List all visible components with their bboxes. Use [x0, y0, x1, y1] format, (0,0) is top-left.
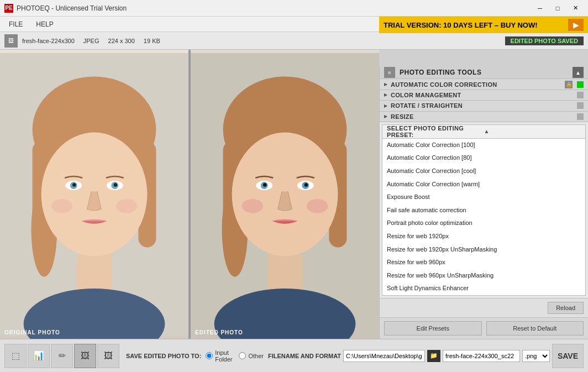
preset-item-6[interactable]: Portrait photo color optimization: [382, 217, 585, 230]
section-arrow-1: ▶: [384, 82, 387, 87]
tool-buttons: ⬚ 📊 ✏ 🖼 🖼: [4, 344, 119, 368]
edited-photo: [191, 50, 379, 339]
preset-item-4[interactable]: Exposure Boost: [382, 191, 585, 204]
file-info: fresh-face-224x300 JPEG 224 x 300 19 KB: [22, 38, 505, 44]
edited-photo-label: EDITED PHOTO: [195, 329, 243, 336]
preset-item-10[interactable]: Resize for web 960px UnSharpMasking: [382, 269, 585, 282]
radio-other-input[interactable]: [239, 352, 246, 359]
preset-item-2[interactable]: Automatic Color Correction [cool]: [382, 165, 585, 178]
section-auto-color[interactable]: ▶ AUTOMATIC COLOR CORRECTION 🔒: [380, 79, 588, 90]
format-select[interactable]: .png.jpg.bmp.tif: [522, 350, 550, 362]
preset-item-3[interactable]: Automatic Color Correction [warm]: [382, 178, 585, 191]
original-photo-container: ORIGINAL PHOTO: [0, 50, 188, 339]
section-arrow-4: ▶: [384, 114, 387, 119]
svg-point-13: [72, 183, 76, 186]
dropdown-arrow: ▲: [484, 128, 581, 134]
app-icon: PE: [4, 4, 13, 13]
maximize-button[interactable]: □: [549, 3, 566, 14]
svg-point-15: [51, 199, 72, 213]
folder-button[interactable]: 📁: [427, 350, 440, 362]
bottombar: ⬚ 📊 ✏ 🖼 🖼 SAVE EDITED PHOTO TO: Input Fo…: [0, 339, 588, 372]
section-arrow-3: ▶: [384, 103, 387, 108]
reload-row: Reload: [380, 298, 588, 317]
panel-icon: ≡: [384, 67, 395, 78]
section-label-1: AUTOMATIC COLOR CORRECTION: [391, 81, 565, 88]
edit-presets-button[interactable]: Edit Presets: [384, 321, 482, 336]
app-title: PHOTOEQ - Unlicensed Trial Version: [17, 4, 532, 12]
crop-tool-button[interactable]: ⬚: [4, 344, 27, 368]
minimize-button[interactable]: ─: [532, 3, 548, 14]
svg-point-33: [307, 199, 328, 213]
filename-section: FILENAME AND FORMAT 📁 .png.jpg.bmp.tif: [268, 350, 550, 362]
save-button[interactable]: SAVE: [552, 344, 584, 368]
save-label: SAVE EDITED PHOTO TO:: [126, 353, 201, 359]
preset-dropdown-area: SELECT PHOTO EDITING PRESET: ▲ Automatic…: [380, 122, 588, 298]
file-name: fresh-face-224x300: [22, 38, 75, 44]
section-color-management[interactable]: ▶ COLOR MANAGEMENT: [380, 90, 588, 101]
radio-input-label: Input Folder: [215, 349, 232, 363]
menu-help[interactable]: HELP: [29, 18, 60, 30]
section-label-2: COLOR MANAGEMENT: [391, 92, 575, 98]
filename-input[interactable]: [443, 350, 520, 362]
svg-point-16: [116, 199, 137, 213]
section-label-4: RESIZE: [391, 113, 575, 120]
path-input[interactable]: [343, 350, 425, 362]
preset-item-0[interactable]: Automatic Color Correction [100]: [382, 139, 585, 152]
edit-tool-button[interactable]: ✏: [51, 344, 73, 368]
reset-default-button[interactable]: Reset to Default: [486, 321, 584, 336]
preset-dropdown-label: SELECT PHOTO EDITING PRESET:: [387, 125, 484, 138]
trial-banner[interactable]: TRIAL VERSION: 10 DAYS LEFT – BUY NOW! ▶: [379, 17, 588, 33]
svg-point-14: [114, 183, 117, 186]
trial-text: TRIAL VERSION: 10 DAYS LEFT – BUY NOW!: [384, 21, 538, 29]
original-panel: ORIGINAL PHOTO: [0, 50, 188, 339]
main-area: ORIGINAL PHOTO: [0, 50, 588, 339]
compare-tool-button[interactable]: 🖼: [74, 344, 96, 368]
file-icon: 🖼: [4, 34, 18, 48]
radio-input-folder-input[interactable]: [206, 352, 213, 359]
panel-header: ≡ PHOTO EDITING TOOLS ▲: [380, 66, 588, 79]
window-controls: ─ □ ✕: [532, 3, 584, 14]
section-arrow-2: ▶: [384, 92, 387, 97]
menu-file[interactable]: FILE: [2, 18, 29, 30]
reload-button[interactable]: Reload: [548, 302, 584, 314]
preset-item-8[interactable]: Resize for web 1920px UnSharpMasking: [382, 243, 585, 256]
radio-group: Input Folder Other: [206, 349, 264, 363]
status-dot-1: [577, 81, 584, 88]
saved-badge: EDITED PHOTO SAVED: [505, 36, 584, 45]
edited-panel: EDITED PHOTO: [191, 50, 379, 339]
preset-item-1[interactable]: Automatic Color Correction [80]: [382, 151, 585, 165]
svg-point-30: [263, 183, 266, 186]
edited-photo-container: EDITED PHOTO: [191, 50, 379, 339]
collapse-button[interactable]: ▲: [573, 67, 584, 78]
filename-format-label: FILENAME AND FORMAT: [268, 353, 341, 359]
file-size: 19 KB: [144, 38, 160, 44]
trial-arrow[interactable]: ▶: [568, 19, 584, 31]
radio-other-label: Other: [248, 353, 264, 359]
file-format: JPEG: [83, 38, 99, 44]
radio-other[interactable]: Other: [239, 352, 264, 359]
titlebar: PE PHOTOEQ - Unlicensed Trial Version ─ …: [0, 0, 588, 17]
compare2-tool-button[interactable]: 🖼: [97, 344, 119, 368]
section-resize[interactable]: ▶ RESIZE: [380, 112, 588, 122]
preset-list: Automatic Color Correction [100]Automati…: [382, 139, 586, 296]
save-section: SAVE EDITED PHOTO TO: Input Folder Other…: [126, 349, 550, 363]
histogram-tool-button[interactable]: 📊: [28, 344, 50, 368]
svg-point-32: [242, 199, 263, 213]
original-photo: [0, 50, 188, 339]
preset-item-11[interactable]: Soft Light Dynamics Enhancer: [382, 282, 585, 295]
status-dot-3: [577, 102, 584, 109]
topbar: 🖼 fresh-face-224x300 JPEG 224 x 300 19 K…: [0, 32, 588, 50]
status-dot-2: [577, 92, 584, 98]
preset-dropdown-header[interactable]: SELECT PHOTO EDITING PRESET: ▲: [382, 124, 586, 139]
footer-buttons: Edit Presets Reset to Default: [380, 317, 588, 339]
close-button[interactable]: ✕: [567, 3, 584, 14]
original-photo-label: ORIGINAL PHOTO: [4, 329, 60, 336]
svg-point-31: [305, 183, 308, 186]
section-rotate[interactable]: ▶ ROTATE / STRAIGHTEN: [380, 101, 588, 111]
preset-item-5[interactable]: Fail safe automatic correction: [382, 204, 585, 217]
preset-item-7[interactable]: Resize for web 1920px: [382, 230, 585, 243]
preset-item-9[interactable]: Resize for web 960px: [382, 256, 585, 269]
photo-area: ORIGINAL PHOTO: [0, 50, 379, 339]
radio-input-folder[interactable]: Input Folder: [206, 349, 232, 363]
file-dimensions: 224 x 300: [108, 38, 135, 44]
